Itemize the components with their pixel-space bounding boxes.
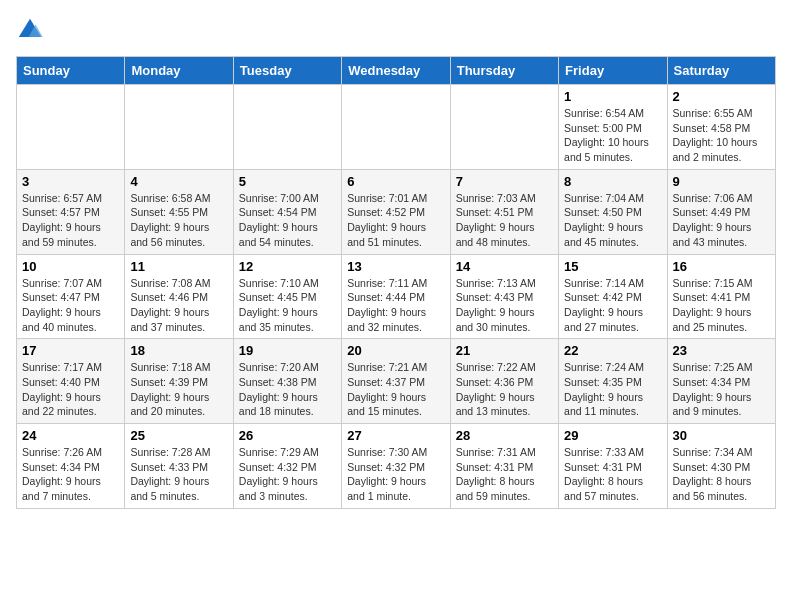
calendar-header-row: SundayMondayTuesdayWednesdayThursdayFrid… (17, 57, 776, 85)
day-info: Sunrise: 7:15 AM Sunset: 4:41 PM Dayligh… (673, 276, 770, 335)
calendar-cell: 29Sunrise: 7:33 AM Sunset: 4:31 PM Dayli… (559, 424, 667, 509)
day-number: 29 (564, 428, 661, 443)
calendar-cell: 5Sunrise: 7:00 AM Sunset: 4:54 PM Daylig… (233, 169, 341, 254)
day-info: Sunrise: 7:24 AM Sunset: 4:35 PM Dayligh… (564, 360, 661, 419)
calendar-week-row: 17Sunrise: 7:17 AM Sunset: 4:40 PM Dayli… (17, 339, 776, 424)
day-number: 17 (22, 343, 119, 358)
day-info: Sunrise: 6:58 AM Sunset: 4:55 PM Dayligh… (130, 191, 227, 250)
day-number: 18 (130, 343, 227, 358)
day-info: Sunrise: 7:26 AM Sunset: 4:34 PM Dayligh… (22, 445, 119, 504)
calendar-cell: 25Sunrise: 7:28 AM Sunset: 4:33 PM Dayli… (125, 424, 233, 509)
day-number: 23 (673, 343, 770, 358)
calendar-cell: 11Sunrise: 7:08 AM Sunset: 4:46 PM Dayli… (125, 254, 233, 339)
calendar-cell (125, 85, 233, 170)
day-number: 20 (347, 343, 444, 358)
day-number: 27 (347, 428, 444, 443)
day-header-thursday: Thursday (450, 57, 558, 85)
calendar-cell: 3Sunrise: 6:57 AM Sunset: 4:57 PM Daylig… (17, 169, 125, 254)
day-number: 24 (22, 428, 119, 443)
calendar-cell: 18Sunrise: 7:18 AM Sunset: 4:39 PM Dayli… (125, 339, 233, 424)
day-info: Sunrise: 7:13 AM Sunset: 4:43 PM Dayligh… (456, 276, 553, 335)
day-info: Sunrise: 7:00 AM Sunset: 4:54 PM Dayligh… (239, 191, 336, 250)
day-header-saturday: Saturday (667, 57, 775, 85)
calendar-cell: 22Sunrise: 7:24 AM Sunset: 4:35 PM Dayli… (559, 339, 667, 424)
calendar-cell: 2Sunrise: 6:55 AM Sunset: 4:58 PM Daylig… (667, 85, 775, 170)
day-info: Sunrise: 7:21 AM Sunset: 4:37 PM Dayligh… (347, 360, 444, 419)
day-info: Sunrise: 7:14 AM Sunset: 4:42 PM Dayligh… (564, 276, 661, 335)
calendar-cell: 14Sunrise: 7:13 AM Sunset: 4:43 PM Dayli… (450, 254, 558, 339)
day-info: Sunrise: 7:31 AM Sunset: 4:31 PM Dayligh… (456, 445, 553, 504)
calendar-week-row: 3Sunrise: 6:57 AM Sunset: 4:57 PM Daylig… (17, 169, 776, 254)
calendar-cell: 16Sunrise: 7:15 AM Sunset: 4:41 PM Dayli… (667, 254, 775, 339)
calendar-cell: 7Sunrise: 7:03 AM Sunset: 4:51 PM Daylig… (450, 169, 558, 254)
calendar-cell: 17Sunrise: 7:17 AM Sunset: 4:40 PM Dayli… (17, 339, 125, 424)
day-info: Sunrise: 7:29 AM Sunset: 4:32 PM Dayligh… (239, 445, 336, 504)
day-info: Sunrise: 7:20 AM Sunset: 4:38 PM Dayligh… (239, 360, 336, 419)
day-info: Sunrise: 7:18 AM Sunset: 4:39 PM Dayligh… (130, 360, 227, 419)
day-header-tuesday: Tuesday (233, 57, 341, 85)
day-number: 22 (564, 343, 661, 358)
day-number: 14 (456, 259, 553, 274)
day-info: Sunrise: 7:33 AM Sunset: 4:31 PM Dayligh… (564, 445, 661, 504)
day-info: Sunrise: 6:57 AM Sunset: 4:57 PM Dayligh… (22, 191, 119, 250)
calendar-cell: 4Sunrise: 6:58 AM Sunset: 4:55 PM Daylig… (125, 169, 233, 254)
day-number: 12 (239, 259, 336, 274)
calendar-cell: 9Sunrise: 7:06 AM Sunset: 4:49 PM Daylig… (667, 169, 775, 254)
day-info: Sunrise: 7:17 AM Sunset: 4:40 PM Dayligh… (22, 360, 119, 419)
calendar-cell: 12Sunrise: 7:10 AM Sunset: 4:45 PM Dayli… (233, 254, 341, 339)
day-header-wednesday: Wednesday (342, 57, 450, 85)
calendar-cell: 26Sunrise: 7:29 AM Sunset: 4:32 PM Dayli… (233, 424, 341, 509)
calendar-cell: 1Sunrise: 6:54 AM Sunset: 5:00 PM Daylig… (559, 85, 667, 170)
day-info: Sunrise: 7:25 AM Sunset: 4:34 PM Dayligh… (673, 360, 770, 419)
day-info: Sunrise: 6:55 AM Sunset: 4:58 PM Dayligh… (673, 106, 770, 165)
day-info: Sunrise: 7:10 AM Sunset: 4:45 PM Dayligh… (239, 276, 336, 335)
calendar-cell: 28Sunrise: 7:31 AM Sunset: 4:31 PM Dayli… (450, 424, 558, 509)
day-header-friday: Friday (559, 57, 667, 85)
day-header-sunday: Sunday (17, 57, 125, 85)
day-number: 2 (673, 89, 770, 104)
calendar-cell (450, 85, 558, 170)
calendar-cell: 20Sunrise: 7:21 AM Sunset: 4:37 PM Dayli… (342, 339, 450, 424)
calendar-cell: 15Sunrise: 7:14 AM Sunset: 4:42 PM Dayli… (559, 254, 667, 339)
day-number: 28 (456, 428, 553, 443)
day-number: 3 (22, 174, 119, 189)
calendar-cell: 13Sunrise: 7:11 AM Sunset: 4:44 PM Dayli… (342, 254, 450, 339)
day-info: Sunrise: 7:06 AM Sunset: 4:49 PM Dayligh… (673, 191, 770, 250)
day-info: Sunrise: 7:22 AM Sunset: 4:36 PM Dayligh… (456, 360, 553, 419)
calendar-cell: 27Sunrise: 7:30 AM Sunset: 4:32 PM Dayli… (342, 424, 450, 509)
day-number: 11 (130, 259, 227, 274)
logo (16, 16, 48, 44)
calendar-cell: 24Sunrise: 7:26 AM Sunset: 4:34 PM Dayli… (17, 424, 125, 509)
day-info: Sunrise: 7:07 AM Sunset: 4:47 PM Dayligh… (22, 276, 119, 335)
day-number: 8 (564, 174, 661, 189)
calendar-cell (342, 85, 450, 170)
day-info: Sunrise: 7:11 AM Sunset: 4:44 PM Dayligh… (347, 276, 444, 335)
day-number: 26 (239, 428, 336, 443)
logo-icon (16, 16, 44, 44)
day-number: 25 (130, 428, 227, 443)
day-info: Sunrise: 7:34 AM Sunset: 4:30 PM Dayligh… (673, 445, 770, 504)
day-info: Sunrise: 7:01 AM Sunset: 4:52 PM Dayligh… (347, 191, 444, 250)
day-info: Sunrise: 6:54 AM Sunset: 5:00 PM Dayligh… (564, 106, 661, 165)
calendar-cell (233, 85, 341, 170)
header (16, 16, 776, 44)
calendar-cell: 6Sunrise: 7:01 AM Sunset: 4:52 PM Daylig… (342, 169, 450, 254)
calendar-cell: 10Sunrise: 7:07 AM Sunset: 4:47 PM Dayli… (17, 254, 125, 339)
calendar-cell (17, 85, 125, 170)
day-number: 1 (564, 89, 661, 104)
calendar-week-row: 1Sunrise: 6:54 AM Sunset: 5:00 PM Daylig… (17, 85, 776, 170)
day-header-monday: Monday (125, 57, 233, 85)
day-number: 13 (347, 259, 444, 274)
day-number: 21 (456, 343, 553, 358)
day-number: 16 (673, 259, 770, 274)
day-info: Sunrise: 7:28 AM Sunset: 4:33 PM Dayligh… (130, 445, 227, 504)
day-info: Sunrise: 7:04 AM Sunset: 4:50 PM Dayligh… (564, 191, 661, 250)
day-number: 7 (456, 174, 553, 189)
calendar-week-row: 24Sunrise: 7:26 AM Sunset: 4:34 PM Dayli… (17, 424, 776, 509)
day-info: Sunrise: 7:08 AM Sunset: 4:46 PM Dayligh… (130, 276, 227, 335)
calendar-cell: 19Sunrise: 7:20 AM Sunset: 4:38 PM Dayli… (233, 339, 341, 424)
day-number: 10 (22, 259, 119, 274)
day-number: 5 (239, 174, 336, 189)
calendar-cell: 23Sunrise: 7:25 AM Sunset: 4:34 PM Dayli… (667, 339, 775, 424)
calendar-cell: 8Sunrise: 7:04 AM Sunset: 4:50 PM Daylig… (559, 169, 667, 254)
